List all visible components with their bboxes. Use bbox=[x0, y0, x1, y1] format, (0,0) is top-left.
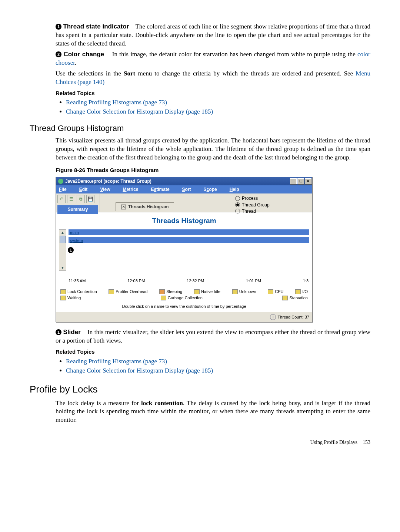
thread-count-label: Thread Count: 37 bbox=[277, 314, 309, 320]
change-color-link-2[interactable]: Change Color Selection for Histogram Dis… bbox=[66, 367, 213, 374]
list-item: Change Color Selection for Histogram Dis… bbox=[66, 108, 370, 116]
slider-up-icon[interactable]: ▲ bbox=[59, 230, 66, 236]
maximize-button[interactable]: □ bbox=[297, 178, 304, 184]
chart-area: Threads Histogram ▲ ▼ main system 1 bbox=[56, 212, 312, 312]
legend-profiler-overhead: Profiler Overhead bbox=[109, 289, 147, 294]
profile-by-locks-heading: Profile by Locks bbox=[30, 383, 370, 396]
radio-icon bbox=[235, 202, 240, 207]
scope-process[interactable]: Process bbox=[235, 195, 309, 201]
related-topics-heading-2: Related Topics bbox=[56, 348, 370, 356]
thread-groups-para: This visualizer presents all thread grou… bbox=[56, 137, 370, 162]
menu-edit[interactable]: Edit bbox=[79, 186, 88, 192]
legend-cpu: CPU bbox=[268, 289, 283, 294]
menu-help[interactable]: Help bbox=[230, 186, 239, 192]
sort-menu-para: Use the selections in the Sort menu to c… bbox=[56, 70, 370, 87]
axis-tick: 11:35 AM bbox=[69, 278, 86, 284]
threads-tab-label: Threads Histogram bbox=[128, 204, 169, 210]
locks-bold: lock contention bbox=[141, 400, 183, 407]
callout-1-icon: 1 bbox=[56, 329, 61, 335]
app-icon bbox=[58, 179, 63, 184]
doc-icon[interactable]: ☰ bbox=[67, 195, 75, 203]
scope-panel: Process Thread Group Thread bbox=[232, 193, 312, 212]
info-icon: i bbox=[270, 314, 276, 320]
window-title: Java2Demo.eprof (scope: Thread Group) bbox=[65, 178, 290, 184]
callout-2-icon: 2 bbox=[56, 51, 61, 57]
callout-1-icon: 1 bbox=[56, 24, 61, 30]
slider-title: Slider bbox=[63, 329, 81, 336]
scope-thread[interactable]: Thread bbox=[235, 208, 309, 214]
sort-b: menu to change the criteria by which the… bbox=[135, 70, 356, 77]
thread-groups-heading: Thread Groups Histogram bbox=[30, 123, 370, 134]
close-button[interactable]: × bbox=[305, 178, 311, 184]
status-bar: i Thread Count: 37 bbox=[56, 312, 312, 322]
copy-icon[interactable]: ⧉ bbox=[77, 195, 85, 203]
sort-bold: Sort bbox=[124, 70, 135, 77]
list-item: Reading Profiling Histograms (page 73) bbox=[66, 98, 370, 107]
callout-1-icon: 1 bbox=[68, 247, 74, 253]
thread-state-indicator-para: 1 Thread state indicator The colored are… bbox=[56, 23, 370, 48]
thread-state-indicator-title: Thread state indicator bbox=[63, 23, 129, 30]
profile-locks-para: The lock delay is a measure for lock con… bbox=[56, 399, 370, 425]
reading-histograms-link-1[interactable]: Reading Profiling Histograms (page 73) bbox=[66, 99, 167, 106]
legend-unknown: Unknown bbox=[232, 289, 256, 294]
menu-scope[interactable]: Scope bbox=[204, 186, 217, 192]
radio-icon bbox=[235, 196, 240, 201]
axis-tick: 12:03 PM bbox=[127, 278, 145, 284]
footer-page: 153 bbox=[363, 440, 370, 445]
axis-tick: 1:3 bbox=[303, 278, 309, 284]
sort-a: Use the selections in the bbox=[56, 70, 124, 77]
legend-io: I/O bbox=[295, 289, 308, 294]
change-color-link-1[interactable]: Change Color Selection for Histogram Dis… bbox=[66, 108, 213, 115]
page-footer: Using Profile Displays 153 bbox=[30, 439, 370, 446]
menu-estimate[interactable]: Estimate bbox=[151, 186, 170, 192]
axis-tick: 12:32 PM bbox=[187, 278, 204, 284]
chart-callout-1: 1 bbox=[68, 247, 74, 253]
summary-tab[interactable]: Summary bbox=[57, 205, 98, 213]
chart-title: Threads Histogram bbox=[59, 216, 309, 226]
locks-a: The lock delay is a measure for bbox=[56, 400, 141, 407]
slider-body: In this metric visualizer, the slider le… bbox=[56, 329, 370, 344]
back-icon[interactable]: ↶ bbox=[57, 195, 66, 203]
slider-down-icon[interactable]: ▼ bbox=[59, 265, 66, 271]
menu-bar: File Edit View Metrics Estimate Sort Sco… bbox=[56, 185, 312, 193]
menu-view[interactable]: View bbox=[100, 186, 110, 192]
color-change-para: 2 Color change In this image, the defaul… bbox=[56, 50, 370, 67]
chart-hint: Double click on a name to view the distr… bbox=[59, 304, 309, 309]
slider-para: 1 Slider In this metric visualizer, the … bbox=[56, 328, 370, 345]
scope-thread-group[interactable]: Thread Group bbox=[235, 202, 309, 208]
list-item: Change Color Selection for Histogram Dis… bbox=[66, 367, 370, 375]
radio-icon bbox=[235, 209, 240, 213]
color-change-body-a: In this image, the default color for sta… bbox=[112, 51, 357, 58]
save-icon[interactable]: 💾 bbox=[86, 195, 94, 203]
bar-system-label[interactable]: system bbox=[70, 238, 311, 243]
window-titlebar[interactable]: Java2Demo.eprof (scope: Thread Group) _ … bbox=[56, 177, 312, 185]
minimize-button[interactable]: _ bbox=[290, 178, 297, 184]
legend-waiting: Waiting bbox=[60, 295, 81, 301]
profiler-window: Java2Demo.eprof (scope: Thread Group) _ … bbox=[56, 177, 313, 322]
list-item: Reading Profiling Histograms (page 73) bbox=[66, 357, 370, 366]
color-change-title: Color change bbox=[63, 51, 104, 58]
tab-close-icon[interactable]: ✕ bbox=[121, 205, 126, 209]
legend-sleeping: Sleeping bbox=[159, 289, 182, 294]
figure-caption: Figure 8-26 Threads Groups Histogram bbox=[56, 166, 370, 174]
slider-handle[interactable] bbox=[60, 236, 66, 243]
color-change-body-b: . bbox=[75, 59, 76, 66]
vertical-slider[interactable]: ▲ ▼ bbox=[59, 229, 66, 271]
menu-file[interactable]: File bbox=[59, 186, 67, 192]
related-topics-heading-1: Related Topics bbox=[56, 90, 370, 97]
reading-histograms-link-2[interactable]: Reading Profiling Histograms (page 73) bbox=[66, 358, 167, 365]
threads-histogram-tab[interactable]: ✕ Threads Histogram bbox=[116, 202, 174, 211]
menu-metrics[interactable]: Metrics bbox=[123, 186, 139, 192]
axis-tick: 1:01 PM bbox=[246, 278, 261, 284]
legend-lock-contention: Lock Contention bbox=[60, 289, 97, 294]
legend-native-idle: Native Idle bbox=[194, 289, 220, 294]
legend-gc: Garbage Collection bbox=[161, 295, 203, 301]
bar-main-label[interactable]: main bbox=[70, 230, 311, 236]
legend-starvation: Starvation bbox=[282, 295, 308, 301]
toolbar: ↶ ☰ ⧉ 💾 Summary bbox=[56, 193, 100, 212]
footer-section: Using Profile Displays bbox=[310, 440, 357, 445]
menu-sort[interactable]: Sort bbox=[182, 186, 191, 192]
